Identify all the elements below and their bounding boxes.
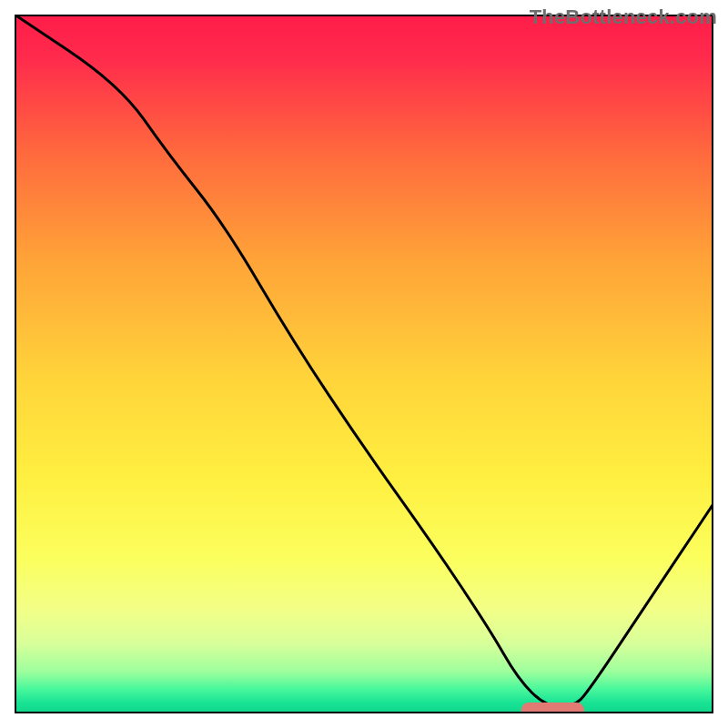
chart-plot: [15, 15, 713, 713]
bottleneck-chart: TheBottleneck.com: [0, 0, 728, 728]
gradient-background: [15, 15, 713, 713]
watermark-label: TheBottleneck.com: [530, 5, 717, 29]
